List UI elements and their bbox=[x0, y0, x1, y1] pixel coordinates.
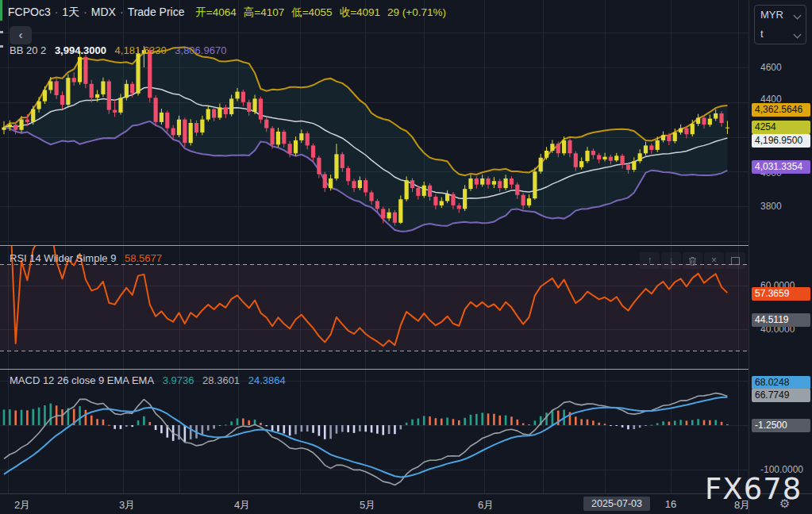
maximize-icon bbox=[731, 257, 740, 265]
currency-unit-selector: MYR t bbox=[754, 5, 806, 44]
back-button[interactable]: ‹ bbox=[10, 26, 32, 44]
bb-basis-price-label: 4,196.9500 bbox=[752, 134, 810, 148]
macd-line-value: 28.3601 bbox=[202, 374, 240, 386]
time-tick: 5月 bbox=[360, 498, 375, 512]
exchange: MDX bbox=[91, 6, 116, 18]
price-tick: 3800 bbox=[760, 200, 782, 213]
bb-lower-value: 3,806.9670 bbox=[175, 44, 226, 56]
price-tick: 4600 bbox=[760, 61, 782, 74]
left-edge-mark bbox=[0, 45, 3, 48]
macd-legend[interactable]: MACD 12 26 close 9 EMA EMA 3.9736 28.360… bbox=[10, 374, 291, 386]
maximize-pane-button[interactable] bbox=[725, 252, 745, 269]
time-tick: 2月 bbox=[14, 498, 30, 512]
low-value: 低=4055 bbox=[291, 6, 332, 18]
macd-hist-value: 3.9736 bbox=[163, 374, 194, 386]
macd-title: MACD 12 26 close 9 EMA EMA bbox=[10, 374, 154, 386]
macd-signal-value: 24.3864 bbox=[248, 374, 286, 386]
time-tick: 6月 bbox=[478, 498, 494, 512]
unit-value: t bbox=[760, 28, 764, 40]
rsi-crosshair-label: 44.5119 bbox=[752, 313, 810, 327]
time-tick: 3月 bbox=[119, 498, 135, 512]
series-type: Trade Price bbox=[128, 6, 185, 18]
bb-lower-price-label: 4,031.3354 bbox=[752, 160, 810, 174]
move-pane-down-button[interactable]: ↓ bbox=[661, 252, 681, 269]
arrow-down-icon: ↓ bbox=[669, 255, 674, 266]
symbol-name[interactable]: FCPOc3 bbox=[8, 6, 51, 18]
bb-title: BB 20 2 bbox=[10, 44, 46, 56]
rsi-legend[interactable]: RSI 14 Wilder Simple 9 58.5677 bbox=[10, 252, 167, 264]
left-edge-mark bbox=[0, 31, 3, 33]
macd-signal-label: 68.0248 bbox=[752, 376, 810, 389]
time-tick: 4月 bbox=[234, 498, 250, 512]
rsi-title: RSI 14 Wilder Simple 9 bbox=[10, 252, 116, 264]
time-axis[interactable]: 2月 3月 4月 5月 6月 2025-07-03 16 8月 ⚙ bbox=[0, 493, 812, 514]
crosshair-date-label: 2025-07-03 bbox=[583, 497, 650, 511]
arrow-up-icon: ↑ bbox=[648, 255, 652, 266]
currency-dropdown[interactable]: MYR bbox=[755, 6, 806, 25]
close-value: 收=4091 bbox=[340, 6, 380, 18]
pane-separator-macd[interactable] bbox=[0, 369, 812, 370]
chevron-down-icon bbox=[794, 12, 802, 20]
change-value: 29 (+0.71%) bbox=[387, 6, 446, 18]
unit-dropdown[interactable]: t bbox=[755, 25, 806, 44]
trash-icon bbox=[688, 256, 697, 266]
trading-chart-window: FCPOc3·1天·MDX·Trade Price 开=4064高=4107低=… bbox=[0, 0, 812, 514]
symbol-header: FCPOc3·1天·MDX·Trade Price 开=4064高=4107低=… bbox=[8, 6, 453, 20]
bb-upper-price-label: 4,362.5646 bbox=[752, 103, 810, 117]
open-value: 开=4064 bbox=[195, 6, 236, 18]
time-tick: 16 bbox=[665, 498, 676, 510]
price-axis[interactable]: 4600 4400 4000 3800 4,362.5646 4254 4,19… bbox=[749, 0, 812, 493]
chevron-down-icon bbox=[794, 31, 802, 39]
close-icon: × bbox=[711, 255, 717, 266]
bb-legend[interactable]: BB 20 2 3,994.3000 4,181.6330 3,806.9670 bbox=[10, 44, 232, 56]
high-value: 高=4107 bbox=[244, 6, 284, 18]
rsi-value-label: 57.3659 bbox=[752, 287, 810, 301]
price-chart-canvas[interactable] bbox=[0, 0, 749, 493]
macd-line-label: 66.7749 bbox=[752, 389, 810, 402]
macd-hist-label: -1.2500 bbox=[752, 419, 810, 432]
delete-pane-button[interactable] bbox=[683, 252, 702, 269]
rsi-value: 58.5677 bbox=[125, 252, 162, 264]
move-pane-up-button[interactable]: ↑ bbox=[640, 252, 660, 269]
interval[interactable]: 1天 bbox=[62, 6, 79, 18]
left-edge-accent bbox=[0, 0, 2, 21]
pane-separator-rsi[interactable] bbox=[0, 245, 812, 246]
chevron-left-icon: ‹ bbox=[19, 28, 23, 41]
bb-basis-value: 3,994.3000 bbox=[55, 44, 106, 56]
ohlc-values: 开=4064高=4107低=4055收=409129 (+0.71%) bbox=[195, 6, 453, 18]
close-pane-button[interactable]: × bbox=[704, 252, 724, 269]
fx678-watermark: FX678 bbox=[705, 472, 802, 506]
bb-upper-value: 4,181.6330 bbox=[115, 44, 167, 56]
last-price-label: 4254 bbox=[752, 121, 810, 134]
pane-controls: ↑ ↓ × bbox=[640, 252, 745, 269]
currency-value: MYR bbox=[760, 9, 783, 21]
